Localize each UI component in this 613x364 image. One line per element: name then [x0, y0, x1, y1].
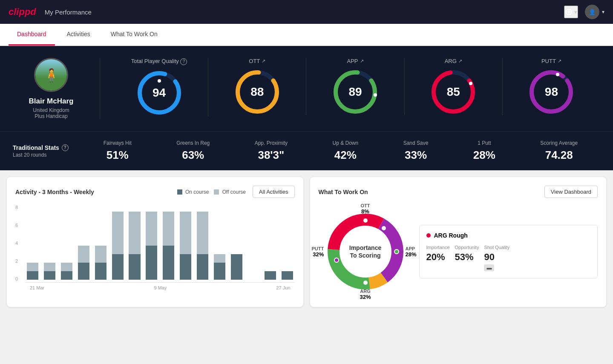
svg-point-19	[363, 218, 368, 223]
info-card-title: ARG Rough	[434, 232, 468, 239]
svg-point-23	[334, 258, 339, 262]
view-dashboard-button[interactable]: View Dashboard	[544, 186, 598, 198]
bar-group-5	[110, 203, 125, 280]
metric-shot-quality-badge: ▬	[484, 264, 494, 271]
tpq-help-icon[interactable]: ?	[180, 58, 187, 65]
plus-circle-icon: ⊕	[565, 6, 573, 17]
stat-up-down-label: Up & Down	[333, 140, 359, 146]
stat-one-putt-label: 1 Putt	[478, 140, 491, 146]
legend-on-dot	[177, 189, 182, 195]
bar-group-12	[229, 203, 244, 280]
bar-group-4	[93, 203, 108, 280]
putt-donut-label: PUTT 32%	[312, 246, 324, 258]
app-donut-label: APP 28%	[405, 246, 416, 258]
header-title: My Performance	[45, 9, 92, 16]
tpq-ring: 94	[136, 69, 183, 116]
avatar-arrow: ▾	[602, 9, 604, 15]
donut-line2: To Scoring	[349, 252, 381, 259]
bar-off-11	[214, 254, 225, 263]
header-left: clippd My Performance	[9, 6, 92, 17]
wtwo-header: What To Work On View Dashboard	[319, 186, 598, 198]
header-right: ⊕ ▾ 👤 ▾	[564, 5, 604, 19]
metric-opportunity-value: 53%	[455, 252, 474, 263]
hero-section: 🧍 Blair McHarg United Kingdom Plus Handi…	[0, 46, 613, 131]
tpq-value: 94	[153, 86, 166, 100]
y-label-8: 8	[15, 205, 18, 210]
ott-donut-label: OTT 8%	[361, 203, 370, 215]
arg-value: 85	[447, 85, 460, 99]
info-card-header: ARG Rough	[426, 232, 591, 239]
bar-group-0	[26, 203, 40, 280]
tab-activities[interactable]: Activities	[58, 24, 99, 46]
stat-scoring-avg-value: 74.28	[545, 149, 573, 162]
stat-app-prox-value: 38'3"	[258, 149, 284, 162]
app-card: APP ↗ 89	[306, 58, 404, 115]
y-label-0: 0	[15, 276, 18, 281]
stat-items: Fairways Hit 51% Greens In Reg 63% App. …	[81, 140, 600, 162]
stat-fairways-label: Fairways Hit	[104, 140, 132, 146]
trad-stats-help-icon[interactable]: ?	[62, 144, 69, 151]
chart-legend: On course Off course	[177, 189, 246, 195]
app-label: APP ↗	[347, 58, 364, 64]
tab-dashboard[interactable]: Dashboard	[9, 24, 55, 46]
add-button[interactable]: ⊕ ▾	[564, 6, 578, 18]
avatar[interactable]: 👤	[585, 5, 599, 19]
bar-group-8	[161, 203, 176, 280]
tab-what-to-work-on[interactable]: What To Work On	[102, 24, 166, 46]
bar-on-14	[265, 271, 276, 280]
stat-sand-save: Sand Save 33%	[403, 140, 429, 162]
stat-one-putt-value: 28%	[473, 149, 495, 162]
y-label-6: 6	[15, 223, 18, 228]
bar-off-5	[112, 212, 124, 254]
bar-group-7	[144, 203, 159, 280]
arg-card: ARG ↗ 85	[405, 58, 503, 115]
metric-importance-value: 20%	[426, 252, 445, 263]
bar-off-9	[180, 212, 191, 254]
avatar-image: 🧍	[35, 59, 67, 91]
stat-greens-reg: Greens In Reg 63%	[176, 140, 210, 162]
bar-off-1	[44, 263, 55, 271]
putt-card: PUTT ↗ 98	[503, 58, 600, 115]
tabs: Dashboard Activities What To Work On	[0, 24, 613, 46]
svg-point-20	[382, 226, 386, 230]
bar-chart-area	[26, 205, 295, 281]
putt-ring: 98	[528, 69, 575, 115]
chart-header: Activity - 3 Months - Weekly On course O…	[15, 186, 295, 198]
stat-sand-save-label: Sand Save	[403, 140, 429, 146]
metric-shot-quality-label: Shot Quality	[484, 245, 509, 250]
user-menu[interactable]: 👤 ▾	[585, 5, 604, 19]
ott-ring: 88	[234, 69, 281, 115]
wtwo-content: Importance To Scoring OTT 8% APP 28% ARG…	[319, 205, 598, 298]
traditional-stats: Traditional Stats ? Last 20 rounds Fairw…	[0, 131, 613, 170]
bar-on-11	[214, 263, 225, 280]
svg-point-10	[469, 82, 472, 85]
trad-stats-title: Traditional Stats ?	[13, 144, 81, 151]
bar-on-15	[282, 271, 293, 280]
metric-opportunity: Opportunity 53%	[455, 245, 479, 271]
tpq-label: Total Player Quality ?	[131, 58, 187, 65]
add-arrow: ▾	[574, 9, 577, 15]
putt-value: 98	[545, 85, 558, 99]
bar-on-3	[78, 263, 89, 280]
ott-arrow-icon: ↗	[262, 58, 265, 64]
donut-center-text: Importance To Scoring	[349, 244, 381, 259]
arg-arrow-icon: ↗	[458, 58, 462, 64]
bar-group-15	[280, 203, 295, 280]
arg-ring: 85	[430, 69, 477, 115]
bar-off-2	[61, 263, 72, 271]
bar-on-2	[61, 271, 72, 280]
hero-divider	[100, 58, 100, 119]
bar-on-1	[44, 271, 55, 280]
all-activities-button[interactable]: All Activities	[253, 186, 295, 198]
hero-inner: 🧍 Blair McHarg United Kingdom Plus Handi…	[13, 58, 600, 119]
stat-greens-label: Greens In Reg	[176, 140, 210, 146]
bar-on-12	[231, 254, 242, 280]
bar-group-2	[60, 203, 74, 280]
stat-up-down: Up & Down 42%	[333, 140, 359, 162]
chart-y-labels: 8 6 4 2 0	[15, 205, 18, 281]
stat-app-prox-label: App. Proximity	[255, 140, 288, 146]
chart-x-labels: 21 Mar 9 May 27 Jun	[26, 285, 295, 290]
donut-chart-wrapper: Importance To Scoring OTT 8% APP 28% ARG…	[319, 205, 412, 298]
bar-on-0	[27, 271, 38, 280]
profile-avatar: 🧍	[34, 58, 68, 92]
